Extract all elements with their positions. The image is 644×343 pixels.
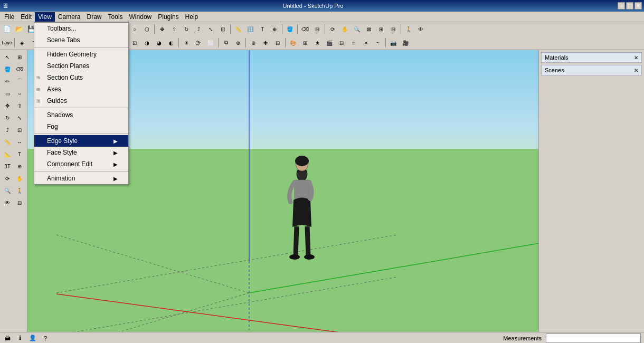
tb-eraser[interactable]: ⌫ [299,23,311,35]
lt-text[interactable]: T [14,148,25,160]
lt-paint[interactable]: 🪣 [2,63,13,75]
menu-view-section-cuts[interactable]: ⊞ Section Cuts [34,72,128,83]
tb-orbit[interactable]: ⟳ [327,23,338,35]
materials-panel[interactable]: Materials ✕ [541,52,642,63]
menu-help[interactable]: Help [182,12,202,22]
lt-scale[interactable]: ⤡ [14,112,25,123]
tb-open[interactable]: 📂 [13,23,25,35]
tb-guides-disp[interactable]: ✚ [260,37,271,49]
lt-axes-lt[interactable]: ⊕ [14,160,25,172]
lt-circle[interactable]: ○ [14,88,25,99]
lt-component[interactable]: ⊞ [14,51,25,63]
tb-scenes-btn[interactable]: 🎬 [324,37,335,49]
tb-hidden-geom[interactable]: ⊟ [272,37,283,49]
lt-section[interactable]: ⊟ [14,197,25,208]
status-user-icon[interactable]: 👤 [29,334,37,342]
lt-zoom-lt[interactable]: 🔍 [2,185,13,196]
lt-eraser[interactable]: ⌫ [14,63,25,75]
tb-push-pull[interactable]: ⇧ [168,23,180,35]
tb-match-photo[interactable]: 📷 [387,37,399,49]
measurements-input[interactable] [546,334,641,343]
tb-shaded-texture[interactable]: ◕ [153,37,165,49]
lt-dim[interactable]: ↔ [14,136,25,148]
close-button[interactable]: ✕ [634,2,642,9]
lt-rect[interactable]: ▭ [2,88,13,99]
tb-fog-btn[interactable]: 🌫 [193,37,204,49]
menu-camera[interactable]: Camera [55,12,84,22]
tb-section-planes-btn[interactable]: ⧉ [220,37,232,49]
lt-protractor[interactable]: 📐 [2,148,13,160]
lt-move[interactable]: ✥ [2,100,13,111]
tb-protractor[interactable]: 🔢 [244,23,256,35]
tb-scale[interactable]: ⤡ [205,23,216,35]
menu-view-guides[interactable]: ⊞ Guides [34,95,128,107]
menu-view[interactable]: View [35,12,55,22]
lt-arc[interactable]: ⌒ [14,75,25,87]
tb-components-btn[interactable]: ⊞ [299,37,311,49]
tb-monochrome[interactable]: ◐ [165,37,177,49]
tb-offset[interactable]: ⊡ [217,23,229,35]
tb-paint[interactable]: 🪣 [284,23,296,35]
lt-3d-text[interactable]: 3T [2,160,13,172]
menu-draw[interactable]: Draw [84,12,105,22]
tb-section-cuts-btn[interactable]: ⊚ [232,37,244,49]
tb-shadows-panel[interactable]: ☀ [360,37,372,49]
tb-tape[interactable]: 📏 [232,23,244,35]
lt-push-pull[interactable]: ⇧ [14,100,25,111]
lt-offset[interactable]: ⊡ [14,124,25,136]
tb-new[interactable]: 📄 [1,23,13,35]
tb-edge-btn[interactable]: ⬜ [205,37,216,49]
lt-pan-lt[interactable]: ✋ [14,173,25,184]
menu-tools[interactable]: Tools [105,12,126,22]
tb-zoom[interactable]: 🔍 [351,23,363,35]
lt-follow-me[interactable]: ⤴ [2,124,13,136]
tb-soften-edges[interactable]: ~ [372,37,384,49]
status-sketchup-icon[interactable]: 🏔 [3,334,12,342]
lt-walk[interactable]: 🚶 [14,185,25,196]
maximize-button[interactable]: □ [626,2,633,9]
lt-tape[interactable]: 📏 [2,136,13,148]
tb-circle[interactable]: ○ [129,23,140,35]
lt-select[interactable]: ↖ [2,51,13,63]
menu-file[interactable]: File [1,12,17,22]
menu-view-edge-style[interactable]: Edge Style ▶ [34,135,128,147]
tb-shaded[interactable]: ◑ [141,37,153,49]
tb-walkthrough[interactable]: 🚶 [403,23,414,35]
menu-plugins[interactable]: Plugins [155,12,182,22]
lt-line[interactable]: ✏ [2,75,13,87]
scenes-panel[interactable]: Scenes ✕ [541,65,642,75]
tb-section-plane[interactable]: ⊟ [311,23,323,35]
tb-polygon[interactable]: ⬡ [141,23,153,35]
tb-advanced-camera[interactable]: 🎥 [400,37,411,49]
menu-view-section-planes[interactable]: Section Planes [34,60,128,72]
minimize-button[interactable]: — [618,2,625,9]
menu-view-axes[interactable]: ⊞ Axes [34,83,128,95]
tb-outliner-btn[interactable]: ≡ [348,37,359,49]
tb-look-around[interactable]: 👁 [415,23,427,35]
menu-view-fog[interactable]: Fog [34,121,128,132]
menu-view-face-style[interactable]: Face Style ▶ [34,147,128,158]
menu-window[interactable]: Window [126,12,155,22]
menu-view-toolbars[interactable]: Toolbars... [34,23,128,34]
menu-view-animation[interactable]: Animation ▶ [34,173,128,184]
tb-follow-me[interactable]: ⤴ [193,23,204,35]
menu-view-component-edit[interactable]: Component Edit ▶ [34,158,128,170]
tb-move[interactable]: ✥ [156,23,168,35]
menu-view-hidden-geometry[interactable]: Hidden Geometry [34,49,128,60]
tb-iso[interactable]: ◈ [16,37,28,49]
lt-look[interactable]: 👁 [2,197,13,208]
tb-hidden-line[interactable]: ⊡ [129,37,140,49]
tb-zoom-prev[interactable]: ⊟ [387,23,399,35]
tb-materials-btn[interactable]: 🎨 [287,37,299,49]
lt-orbit[interactable]: ⟳ [2,173,13,184]
tb-axes-disp[interactable]: ⊕ [248,37,259,49]
tb-shadows-btn[interactable]: ☀ [181,37,192,49]
status-info-icon[interactable]: ℹ [16,334,24,342]
tb-rotate[interactable]: ↻ [181,23,192,35]
menu-view-shadows[interactable]: Shadows [34,109,128,121]
tb-layers-btn[interactable]: ⊟ [336,37,347,49]
tb-styles-btn[interactable]: ★ [311,37,323,49]
tb-axes-tool[interactable]: ⊕ [269,23,280,35]
menu-edit[interactable]: Edit [17,12,35,22]
menu-view-scene-tabs[interactable]: Scene Tabs [34,34,128,46]
